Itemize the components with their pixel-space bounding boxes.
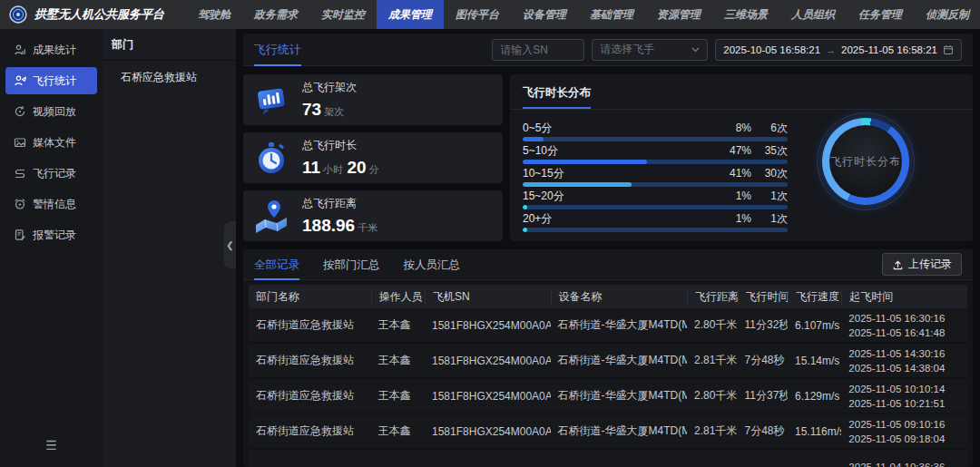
nav-item-personnel-org[interactable]: 人员组织 [779,0,847,29]
dist-bar-track [523,182,788,187]
cell-aircraft-sn: 1581F8HGX254M00A0ASD [425,390,551,403]
sidebar: 成果统计 飞行统计 视频回放 媒体文件 [0,29,103,467]
stat-unit-hours: 小时 [323,164,343,175]
table-row[interactable]: 石桥街道应急救援站 王本鑫 1581F8HGX254M00A0ASD 石桥街道-… [249,308,967,344]
dist-count: 30次 [751,167,788,180]
takeoff-start: 2025-11-05 14:30:16 [848,346,960,361]
dist-count: 1次 [751,190,788,202]
cell-flight-time: 11分32秒 [738,317,788,333]
stat-value-minutes: 20 [348,158,367,177]
department-panel: 部门 石桥应急救援站 ❮ [103,29,237,467]
date-range-picker[interactable]: 2025-10-05 16:58:21 → 2025-11-05 16:58:2… [715,39,962,61]
cell-operator: 王本鑫 [371,388,425,404]
takeoff-start: 2025-11-04 10:36:36 [848,460,960,467]
dist-percent: 8% [720,122,751,134]
flight-count-3d-icon [252,81,290,119]
upload-records-button[interactable]: 上传记录 [882,253,962,276]
panel-collapse-handle[interactable]: ❮ [224,221,236,268]
stat-card-total-distance: 总飞行距离 188.96千米 [243,190,503,241]
pilot-select[interactable]: 请选择飞手 [592,39,708,61]
nav-item-task-management[interactable]: 任务管理 [847,0,914,29]
records-tabs-row: 全部记录 按部门汇总 按人员汇总 上传记录 [243,249,973,280]
nav-item-results-management[interactable]: 成果管理 [377,0,444,29]
cell-aircraft-sn: 1581F8HGX254M00A0ASD [425,319,551,332]
dist-row-5-10: 5~10分47%35次 [523,144,788,164]
cell-flight-speed: 6.129m/s [788,390,841,403]
stat-info: 总飞行时长 11小时 20分 [302,138,379,178]
donut-center-label: 飞行时长分布 [830,154,901,170]
cell-department: 石桥街道应急救援站 [249,353,371,368]
dist-percent: 47% [720,144,751,157]
chevron-down-icon [691,47,700,53]
sidebar-item-report-records[interactable]: 报警记录 [5,221,97,248]
sidebar-item-achievement-stats[interactable]: 成果统计 [5,36,97,63]
flight-stats-icon [14,74,26,87]
sidebar-item-flight-stats[interactable]: 飞行统计 [5,67,97,94]
sidebar-item-video-replay[interactable]: 视频回放 [5,98,97,125]
nav-item-basic-management[interactable]: 基础管理 [578,0,645,29]
cell-department: 石桥街道应急救援站 [249,317,371,333]
stat-value: 188.96 [302,216,355,235]
date-range-start: 2025-10-05 16:58:21 [723,44,820,55]
cell-flight-distance: 2.81千米 [687,423,737,439]
sidebar-item-label: 飞行记录 [33,166,76,181]
main-content: 飞行统计 请选择飞手 2025-10-05 16:58:21 → 2025-11… [237,29,980,467]
cell-flight-distance: 2.80千米 [687,317,737,333]
dist-bar-track [523,228,788,232]
dist-percent: 1% [720,190,751,202]
cell-operator: 王本鑫 [371,353,425,368]
calendar-icon [943,44,954,55]
table-row[interactable]: 石桥街道应急救援站 王本鑫 1581F8HGX254M00A0ASD 石桥街道-… [249,344,967,379]
app-window: 拱墅无人机公共服务平台 驾驶舱 政务需求 实时监控 成果管理 图传平台 设备管理… [0,0,980,467]
filter-controls: 请选择飞手 2025-10-05 16:58:21 → 2025-11-05 1… [492,39,962,61]
takeoff-end: 2025-11-05 14:38:04 [848,361,960,375]
tab-by-personnel[interactable]: 按人员汇总 [404,249,461,280]
dist-bar-fill [523,205,527,209]
nav-item-cockpit[interactable]: 驾驶舱 [186,0,242,29]
stats-body: 总飞行架次 73架次 总飞行时长 11小时 20分 [243,74,973,241]
stopwatch-3d-icon [252,139,290,177]
nav-item-live-monitor[interactable]: 实时监控 [309,0,377,29]
cell-flight-time: 7分48秒 [738,423,788,439]
stat-card-total-duration: 总飞行时长 11小时 20分 [243,132,503,183]
table-row[interactable]: 石桥街道应急救援站 王本鑫 1581F8HGX254M00A0ASD 石桥街道-… [249,414,967,450]
dist-bar-fill [523,182,632,187]
nav-item-gov-demand[interactable]: 政务需求 [242,0,309,29]
pilot-select-placeholder: 请选择飞手 [600,42,654,57]
dist-row-0-5: 0~5分8%6次 [523,122,788,141]
takeoff-start: 2025-11-05 09:10:16 [848,417,960,432]
sidebar-item-label: 成果统计 [33,43,76,58]
dist-count: 6次 [751,122,788,134]
cell-operator: 王本鑫 [371,317,425,333]
tab-by-department[interactable]: 按部门汇总 [323,249,380,280]
table-row[interactable]: 2025-11-04 10:36:36 [249,450,967,467]
sidebar-collapse-button[interactable]: ☰ [0,438,103,452]
cell-takeoff-time: 2025-11-04 10:36:36 [841,460,967,467]
dist-percent: 41% [720,167,751,180]
nav-item-detect-counter[interactable]: 侦测反制 [914,0,980,29]
cell-device-name: 石桥街道-华盛大厦M4TD(M4TD) [551,423,687,439]
dist-category: 0~5分 [523,122,552,134]
col-operator: 操作人员 [371,289,425,305]
stat-unit: 架次 [324,106,344,117]
cell-takeoff-time: 2025-11-05 10:10:14 2025-11-05 10:21:51 [841,382,967,411]
nav-item-video-platform[interactable]: 图传平台 [444,0,511,29]
sidebar-item-media-files[interactable]: 媒体文件 [5,129,97,156]
tab-flight-statistics[interactable]: 飞行统计 [254,34,301,66]
sidebar-item-flight-records[interactable]: 飞行记录 [5,160,97,187]
department-tree-item[interactable]: 石桥应急救援站 [103,61,236,94]
nav-item-3d-scene[interactable]: 三维场景 [712,0,779,29]
sn-search-input[interactable] [492,39,584,61]
nav-item-device-management[interactable]: 设备管理 [511,0,578,29]
sidebar-item-alarm-info[interactable]: 警情信息 [5,190,97,218]
alarm-info-icon [14,198,26,210]
takeoff-end: 2025-11-05 09:18:04 [848,432,960,446]
col-department: 部门名称 [249,289,371,305]
tab-all-records[interactable]: 全部记录 [254,249,299,280]
table-row[interactable]: 石桥街道应急救援站 王本鑫 1581F8HGX254M00A0ASD 石桥街道-… [249,379,967,414]
nav-item-resource-management[interactable]: 资源管理 [645,0,712,29]
col-device-name: 设备名称 [551,289,687,305]
dist-bar-track [523,205,788,209]
dist-count: 35次 [751,144,788,157]
dist-bar-track [523,160,788,164]
